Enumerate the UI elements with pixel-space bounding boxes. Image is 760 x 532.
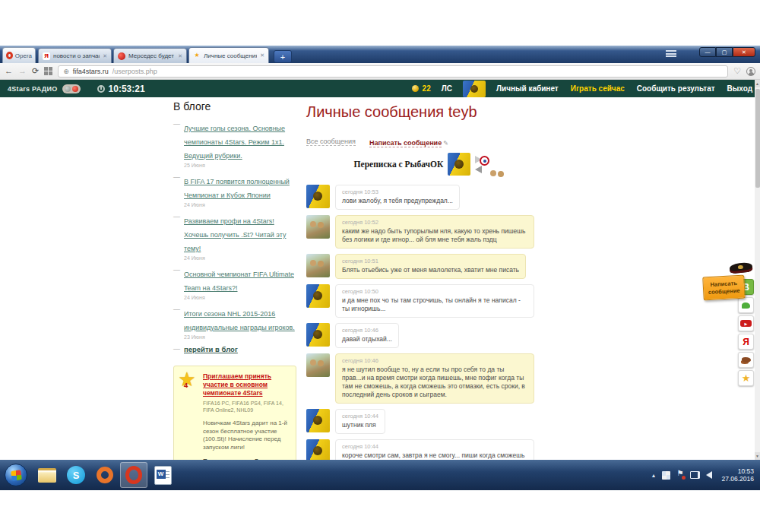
own-avatar <box>448 153 470 176</box>
goto-blog-link[interactable]: перейти в блог <box>184 345 238 353</box>
message-bubble: сегодня 10:51Блять отьебись уже от меня … <box>335 254 526 279</box>
blog-item: —Развиваем профи на 4Stars! Хочешь получ… <box>173 213 296 261</box>
url-host: fifa4stars.ru <box>73 68 109 75</box>
close-button[interactable]: ✕ <box>733 47 755 57</box>
browser-tab[interactable]: ★Личные сообщения teyb✕ <box>188 47 269 63</box>
maximize-button[interactable]: ▢ <box>716 47 733 57</box>
message-avatar <box>306 439 330 460</box>
scroll-up-icon[interactable]: ▲ <box>755 80 760 87</box>
radio-stop-icon[interactable] <box>72 86 78 92</box>
taskbar-app-opera[interactable] <box>120 462 147 488</box>
header-nav: Личный кабинетИграть сейчасСообщить резу… <box>496 84 752 93</box>
window-controls: — ▢ ✕ <box>699 47 755 57</box>
forward-icon[interactable]: → <box>18 67 27 75</box>
header-nav-play[interactable]: Играть сейчас <box>571 84 625 93</box>
youtube-icon[interactable] <box>738 315 754 331</box>
taskbar-app-word[interactable] <box>149 462 176 488</box>
new-tab-button[interactable]: + <box>274 50 292 63</box>
message-text: и да мне пох чо ты там строчишь, ты онла… <box>342 296 527 313</box>
blog-item: —В FIFA 17 появится полноценный Чемпиона… <box>173 173 296 207</box>
message-text: короче смотри сам, завтра я не смогу... … <box>342 451 527 460</box>
message-avatar <box>306 284 330 308</box>
promo-platforms: FIFA16 PC, FIFA16 PS4, FIFA 14, FIFA Onl… <box>203 400 290 413</box>
back-icon[interactable]: ← <box>5 67 13 75</box>
blog-item-content: Лучшие голы сезона. Основные чемпионаты … <box>184 120 296 168</box>
yandex-icon[interactable] <box>738 334 754 350</box>
bookmark-heart-icon[interactable]: ♡ <box>733 66 741 76</box>
header-nav-link[interactable]: Выход <box>727 84 752 93</box>
tab-title: Личные сообщения teyb <box>204 52 257 59</box>
tray-windows-icon[interactable] <box>662 471 670 480</box>
header-avatar[interactable] <box>463 81 486 97</box>
blog-post-link[interactable]: Итоги сезона NHL 2015-2016 индивидуальны… <box>184 310 295 331</box>
system-tray: ▲ 10:53 27.06.2016 <box>651 467 760 483</box>
blog-post-link[interactable]: Лучшие голы сезона. Основные чемпионаты … <box>184 125 285 160</box>
handshake-icon[interactable] <box>738 352 754 368</box>
message-avatar <box>306 409 330 432</box>
taskbar-app-explorer[interactable] <box>33 462 61 488</box>
start-button[interactable] <box>5 464 27 486</box>
conversation-header: Переписка с РыбачОК <box>306 153 534 176</box>
header-nav-link[interactable]: Сообщить результат <box>637 84 715 93</box>
radio-controls <box>62 84 81 93</box>
screenshot-canvas: Opera Яновости о запчастях ми✕Мерседес б… <box>0 0 760 532</box>
blog-item: —Лучшие голы сезона. Основные чемпионаты… <box>173 120 296 168</box>
url-field[interactable]: ⊕ fifa4stars.ru/userposts.php <box>58 65 728 78</box>
browser-tab[interactable]: Мерседес будет оснащ✕ <box>113 48 187 63</box>
blog-post-date: 23 Июня <box>184 334 296 340</box>
message-row: сегодня 10:52каким же надо быть тупорылы… <box>306 215 534 249</box>
page-content: В блоге —Лучшие голы сезона. Основные че… <box>0 97 755 460</box>
all-messages-link[interactable]: Все сообщения <box>306 138 356 146</box>
skype-icon <box>67 466 85 484</box>
scroll-down-icon[interactable]: ▼ <box>755 452 760 460</box>
tab-title: Мерседес будет оснащ <box>128 52 175 59</box>
opera-menu-button[interactable]: Opera <box>2 47 36 63</box>
private-messages-link[interactable]: ЛС <box>442 84 452 93</box>
blog-post-link[interactable]: Основной чемпионат FIFA Ultimate Team на… <box>184 271 294 292</box>
blog-post-date: 24 Июня <box>184 202 296 207</box>
minimize-button[interactable]: — <box>699 47 716 57</box>
blog-post-link[interactable]: В FIFA 17 появится полноценный Чемпионат… <box>184 178 290 199</box>
header-nav-link[interactable]: Личный кабинет <box>496 84 559 93</box>
message-list: сегодня 10:53лови жалобу, я тебя предупр… <box>306 185 534 460</box>
radio-play-icon[interactable] <box>65 86 71 92</box>
tab-close-icon[interactable]: ✕ <box>178 53 182 59</box>
tab-close-icon[interactable]: ✕ <box>260 52 264 59</box>
browser-tab[interactable]: Яновости о запчастях ми✕ <box>38 48 112 63</box>
tray-clock[interactable]: 10:53 27.06.2016 <box>718 467 754 483</box>
message-time: сегодня 10:44 <box>342 443 527 450</box>
taskbar-app-skype[interactable] <box>62 462 90 488</box>
club-badge-icon <box>480 156 489 166</box>
write-message-floating-button[interactable]: Написать сообщение <box>702 275 746 301</box>
scrollbar[interactable]: ▲ ▼ <box>755 80 760 460</box>
dash: — <box>173 120 180 168</box>
scrollbar-thumb[interactable] <box>755 89 760 188</box>
message-row: сегодня 10:46я не шутил вообще то, ну а … <box>306 353 534 404</box>
clock-icon <box>97 85 105 93</box>
star-favicon-icon: ★ <box>193 52 201 59</box>
tray-volume-icon[interactable] <box>706 471 712 479</box>
profile-icon[interactable] <box>746 67 755 76</box>
tray-action-center-icon[interactable] <box>676 470 684 480</box>
message-text: Блять отьебись уже от меня малолетка, хв… <box>342 266 519 274</box>
promo-title-link[interactable]: Приглашаем принять участие в основном че… <box>203 372 290 397</box>
blog-title: В блоге <box>173 100 296 112</box>
tab-close-icon[interactable]: ✕ <box>103 53 107 59</box>
coin-balance[interactable]: 22 <box>423 84 431 93</box>
page-title: Личные сообщения teyb <box>306 103 534 121</box>
reload-icon[interactable]: ⟳ <box>32 67 39 75</box>
write-message-link[interactable]: Написать сообщение <box>369 139 442 147</box>
speed-dial-icon[interactable] <box>44 67 52 75</box>
taskbar-app-orange[interactable] <box>91 462 119 488</box>
tray-expand-icon[interactable]: ▲ <box>651 473 657 478</box>
twitter-icon[interactable] <box>738 297 754 313</box>
word-icon <box>154 466 172 485</box>
message-text: каким же надо быть тупорылым нля, какую … <box>342 227 527 244</box>
message-time: сегодня 10:44 <box>342 413 378 420</box>
blog-post-link[interactable]: Развиваем профи на 4Stars! Хочешь получи… <box>184 217 286 252</box>
star-icon[interactable] <box>738 370 754 386</box>
menu-icon[interactable] <box>666 50 676 57</box>
radio-label: 4Stars РАДИО <box>8 85 58 93</box>
opera-logo-icon <box>6 52 13 59</box>
header-clock: 10:53:21 <box>109 84 145 94</box>
